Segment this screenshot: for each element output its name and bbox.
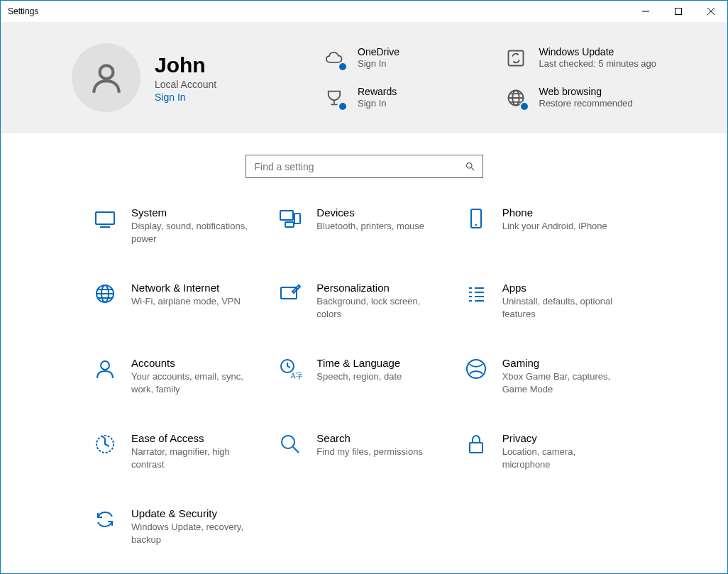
personalization-icon xyxy=(278,282,302,306)
search-icon xyxy=(465,161,475,172)
category-sub: Windows Update, recovery, backup xyxy=(131,521,252,546)
svg-rect-8 xyxy=(294,214,300,223)
category-devices[interactable]: DevicesBluetooth, printers, mouse xyxy=(278,206,449,245)
signin-link[interactable]: Sign In xyxy=(155,92,216,103)
category-sub: Your accounts, email, sync, work, family xyxy=(131,370,252,395)
category-title: Search xyxy=(316,432,423,444)
accounts-icon xyxy=(93,357,117,381)
tile-windows-update[interactable]: Windows Update Last checked: 5 minutes a… xyxy=(504,46,657,70)
tile-sub: Sign In xyxy=(358,58,399,69)
category-title: Time & Language xyxy=(316,357,402,369)
svg-rect-9 xyxy=(285,222,294,227)
search-box[interactable] xyxy=(246,155,483,178)
user-name: John xyxy=(155,53,216,77)
category-title: System xyxy=(131,206,252,219)
ease-of-access-icon xyxy=(93,432,117,456)
tile-web-browsing[interactable]: Web browsing Restore recommended xyxy=(504,86,657,110)
svg-point-5 xyxy=(466,163,472,169)
system-icon xyxy=(93,206,117,231)
close-icon xyxy=(707,8,715,15)
devices-icon xyxy=(278,206,302,231)
category-sub: Link your Android, iPhone xyxy=(502,220,607,233)
apps-icon xyxy=(464,282,488,306)
lock-icon xyxy=(464,432,488,456)
category-title: Personalization xyxy=(316,282,437,294)
search-icon xyxy=(278,432,302,456)
category-sub: Location, camera, microphone xyxy=(502,446,623,470)
category-privacy[interactable]: PrivacyLocation, camera, microphone xyxy=(464,432,635,470)
tile-title: Rewards xyxy=(358,86,397,97)
category-title: Accounts xyxy=(131,357,252,369)
globe-icon xyxy=(504,86,528,110)
svg-point-1 xyxy=(99,65,113,79)
category-sub: Background, lock screen, colors xyxy=(316,295,437,320)
status-dot-icon xyxy=(338,101,348,111)
tile-rewards[interactable]: Rewards Sign In xyxy=(322,86,475,110)
search-wrap xyxy=(1,133,727,206)
category-title: Update & Security xyxy=(131,507,252,519)
avatar xyxy=(72,43,140,112)
rewards-icon xyxy=(322,86,346,110)
category-title: Devices xyxy=(316,206,424,219)
settings-grid: SystemDisplay, sound, notifications, pow… xyxy=(1,206,727,573)
account-hero: John Local Account Sign In OneDrive Sign… xyxy=(1,22,727,133)
maximize-button[interactable] xyxy=(662,1,695,22)
status-dot-icon xyxy=(519,101,529,111)
phone-icon xyxy=(464,206,488,231)
category-time[interactable]: A字 Time & LanguageSpeech, region, date xyxy=(278,357,449,395)
category-title: Privacy xyxy=(502,432,623,444)
person-icon xyxy=(89,60,124,96)
account-text: John Local Account Sign In xyxy=(155,53,216,103)
category-system[interactable]: SystemDisplay, sound, notifications, pow… xyxy=(93,206,264,245)
category-sub: Uninstall, defaults, optional features xyxy=(502,295,623,320)
account-block[interactable]: John Local Account Sign In xyxy=(72,43,299,112)
onedrive-icon xyxy=(322,46,346,70)
tile-title: Windows Update xyxy=(539,46,657,57)
window-title: Settings xyxy=(8,6,38,16)
category-title: Gaming xyxy=(502,357,623,369)
svg-point-20 xyxy=(282,436,294,448)
category-sub: Find my files, permissions xyxy=(316,446,423,458)
account-type: Local Account xyxy=(155,79,216,90)
update-icon xyxy=(93,507,117,531)
category-sub: Bluetooth, printers, mouse xyxy=(316,220,424,233)
svg-rect-21 xyxy=(470,443,482,453)
minimize-icon xyxy=(642,8,649,15)
svg-point-11 xyxy=(475,224,476,226)
svg-point-15 xyxy=(101,361,109,370)
content-scroll[interactable]: John Local Account Sign In OneDrive Sign… xyxy=(1,22,727,573)
tile-sub: Sign In xyxy=(358,98,397,109)
svg-rect-0 xyxy=(675,9,682,15)
hero-tiles: OneDrive Sign In Windows Update Last che… xyxy=(322,43,656,110)
category-sub: Xbox Game Bar, captures, Game Mode xyxy=(502,370,623,395)
category-title: Phone xyxy=(502,206,607,219)
globe-icon xyxy=(93,282,117,306)
category-title: Apps xyxy=(502,282,623,294)
tile-sub: Last checked: 5 minutes ago xyxy=(539,58,657,69)
category-phone[interactable]: PhoneLink your Android, iPhone xyxy=(464,206,635,245)
search-input[interactable] xyxy=(253,160,465,173)
category-search[interactable]: SearchFind my files, permissions xyxy=(278,432,449,470)
tile-onedrive[interactable]: OneDrive Sign In xyxy=(322,46,475,70)
category-ease-of-access[interactable]: Ease of AccessNarrator, magnifier, high … xyxy=(93,432,264,470)
category-update-security[interactable]: Update & SecurityWindows Update, recover… xyxy=(93,507,264,546)
category-sub: Speech, region, date xyxy=(316,370,402,383)
category-title: Ease of Access xyxy=(131,432,252,444)
category-network[interactable]: Network & InternetWi-Fi, airplane mode, … xyxy=(93,282,264,320)
window-controls xyxy=(629,1,727,22)
category-sub: Wi-Fi, airplane mode, VPN xyxy=(131,295,241,308)
minimize-button[interactable] xyxy=(629,1,662,22)
svg-rect-7 xyxy=(280,211,293,220)
tile-title: Web browsing xyxy=(539,86,633,97)
maximize-icon xyxy=(675,8,682,15)
category-gaming[interactable]: GamingXbox Game Bar, captures, Game Mode xyxy=(464,357,635,395)
category-sub: Display, sound, notifications, power xyxy=(131,220,252,245)
tile-sub: Restore recommended xyxy=(539,98,633,109)
close-button[interactable] xyxy=(695,1,727,22)
sync-icon xyxy=(504,46,528,70)
category-apps[interactable]: AppsUninstall, defaults, optional featur… xyxy=(464,282,635,320)
svg-point-18 xyxy=(467,360,485,378)
category-personalization[interactable]: PersonalizationBackground, lock screen, … xyxy=(278,282,449,320)
category-accounts[interactable]: AccountsYour accounts, email, sync, work… xyxy=(93,357,264,395)
tile-title: OneDrive xyxy=(358,46,399,57)
